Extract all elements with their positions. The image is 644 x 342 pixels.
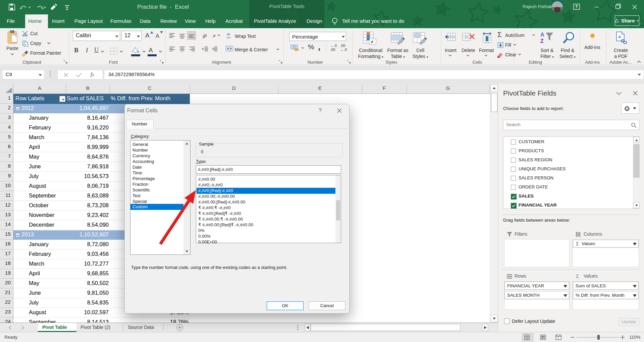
svg-text:A: A [618,35,621,39]
svg-text:ab: ab [227,33,230,36]
svg-text:≠: ≠ [371,39,373,45]
svg-text:A: A [540,32,544,38]
svg-text:Z: Z [540,38,544,44]
svg-text:ab: ab [203,33,208,40]
svg-text:c↩: c↩ [227,36,231,39]
